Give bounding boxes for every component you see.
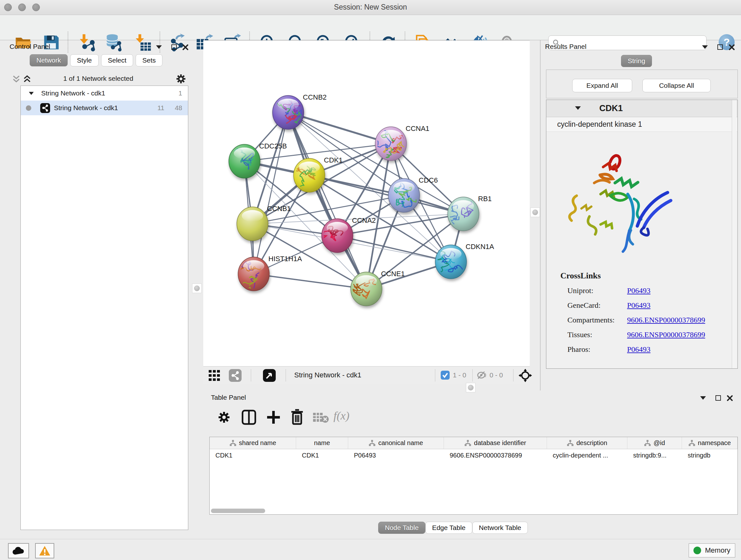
left-splitter-handle[interactable] [192,284,202,293]
node-label-CDC25B: CDC25B [259,142,287,150]
results-scrollbar[interactable] [732,100,737,368]
node-CDC25B[interactable] [229,144,260,178]
node-HIST1H1A[interactable] [231,257,269,292]
tab-network-table[interactable]: Network Table [472,522,528,534]
panel-float-icon[interactable] [718,44,723,50]
attribute-type-icon [229,440,237,446]
panel-menu-icon[interactable] [156,45,162,49]
control-panel-tabs: NetworkStyleSelectSets [30,54,165,66]
crosslink-pharos-link[interactable]: P06493 [627,345,650,354]
right-splitter-handle[interactable] [530,207,540,217]
attribute-type-icon [644,440,651,446]
node-CDKN1A[interactable] [428,245,467,279]
delete-column-icon[interactable] [290,409,304,426]
column-header-namespace[interactable]: namespace [682,437,738,449]
node-CCNB1[interactable] [237,207,268,241]
table-options-gear-icon[interactable] [217,410,231,424]
attribute-type-icon [464,440,471,446]
selected-checkbox-icon[interactable] [441,371,450,380]
tab-network[interactable]: Network [30,54,68,66]
network-selection-status: 1 of 1 Network selected [38,75,159,82]
tab-sets[interactable]: Sets [136,54,162,66]
column-header-@id[interactable]: @id [627,437,682,449]
network-birdseye-icon[interactable] [229,369,242,382]
tab-select[interactable]: Select [101,54,133,66]
edge-CDK1-RB1[interactable] [309,175,463,214]
node-CDK1[interactable] [293,159,325,192]
panel-close-icon[interactable] [726,395,733,401]
table-row[interactable]: CDK1CDK1P064939606.ENSP00000378699cyclin… [210,449,738,461]
gene-collapse-icon[interactable] [575,106,581,110]
function-builder-icon[interactable]: f(x) [333,409,349,422]
node-RB1[interactable] [448,197,479,231]
table-tabs: Node TableEdge TableNetwork Table [378,522,528,534]
node-CCNA1[interactable] [375,127,407,161]
cloud-button[interactable] [8,543,29,558]
column-header-canonical-name[interactable]: canonical name [348,437,444,449]
open-in-window-icon[interactable] [263,369,276,382]
panel-float-icon[interactable] [716,395,721,401]
fit-selected-crosshair-icon[interactable] [519,369,532,382]
node-label-CDKN1A: CDKN1A [466,243,494,251]
tab-style[interactable]: Style [70,54,98,66]
tree-expand-icon[interactable] [29,91,33,95]
crosslink-tissues-link[interactable]: 9606.ENSP00000378699 [627,330,705,339]
grid-view-icon[interactable] [209,370,222,381]
network-canvas[interactable]: CCNB2CCNA1CDC25BCDK1CDC6RB1CCNB1CCNA2CDK… [203,40,530,366]
crosslink-genecard-link[interactable]: P06493 [627,301,650,310]
edge-HIST1H1A-CCNE1[interactable] [254,274,366,289]
column-header-description[interactable]: description [547,437,627,449]
expand-all-icon[interactable] [23,74,31,84]
crosslink-uniprot-link[interactable]: P06493 [627,287,650,295]
tab-string[interactable]: String [621,55,652,67]
panel-menu-icon[interactable] [700,396,706,400]
edge-CCNA2-CDKN1A[interactable] [337,236,451,262]
hidden-eye-icon[interactable] [476,371,487,380]
memory-button[interactable]: Memory [689,543,735,557]
collapse-all-icon[interactable] [12,74,20,84]
panel-close-icon[interactable] [182,44,189,51]
edge-CCNB2-CCNA1[interactable] [288,112,391,144]
cell-description: cyclin-dependent ... [547,449,627,461]
crosslink-label: Compartments: [567,316,615,324]
panel-close-icon[interactable] [728,44,735,51]
collapse-all-button[interactable]: Collapse All [643,79,711,92]
network-label: String Network - cdk1 [54,104,118,112]
node-label-CCNE1: CCNE1 [381,270,405,278]
status-bar: Memory [0,539,741,560]
collection-count: 1 [179,89,182,97]
column-header-name[interactable]: name [296,437,348,449]
column-header-database-identifier[interactable]: database identifier [444,437,547,449]
attribute-type-icon [567,440,574,446]
network-row[interactable]: String Network - cdk1 11 48 [21,101,188,115]
expand-all-button[interactable]: Expand All [572,79,632,92]
node-table: shared namenamecanonical namedatabase id… [209,437,738,515]
node-CCNB2[interactable] [270,96,304,129]
panel-menu-icon[interactable] [702,45,708,49]
memory-status-icon [693,547,701,554]
network-edge-count: 48 [175,104,182,112]
node-CCNE1[interactable] [351,272,382,306]
network-collection-row[interactable]: String Network - cdk1 1 [21,86,188,101]
cloud-icon [12,546,25,555]
add-column-icon[interactable] [266,410,281,425]
node-CDC6[interactable] [388,179,420,212]
delete-table-icon[interactable] [313,412,329,423]
table-horizontal-scrollbar[interactable] [211,509,265,513]
panel-float-icon[interactable] [172,44,177,50]
column-header-shared-name[interactable]: shared name [210,437,296,449]
edge-CCNB2-HIST1H1A[interactable] [254,112,288,274]
show-columns-icon[interactable] [242,410,256,425]
selected-node-edge-count: 1 - 0 [453,371,466,379]
gene-header-row[interactable]: CDK1 [546,100,738,117]
crosslink-label: GeneCard: [567,301,601,310]
tab-node-table[interactable]: Node Table [378,522,425,534]
options-gear-icon[interactable] [175,73,187,84]
results-actions-box: Expand All Collapse All [546,70,738,98]
network-graph[interactable]: CCNB2CCNA1CDC25BCDK1CDC6RB1CCNB1CCNA2CDK… [203,41,530,367]
crosslink-compartments-link[interactable]: 9606.ENSP00000378699 [627,316,705,324]
node-label-CCNA1: CCNA1 [406,125,429,132]
tab-edge-table[interactable]: Edge Table [425,522,472,534]
current-network-dot-icon [26,105,31,111]
warning-button[interactable] [35,543,54,558]
